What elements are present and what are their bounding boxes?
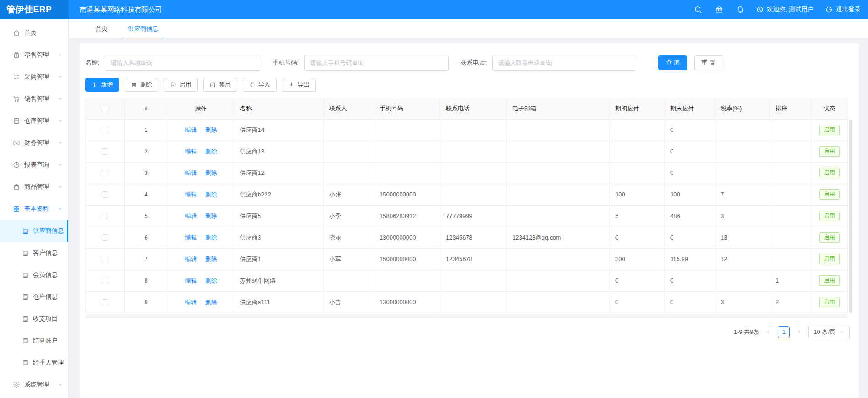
sidebar-item-system[interactable]: 系统管理 (0, 374, 68, 396)
search-icon[interactable] (694, 5, 702, 14)
phone-filter-input[interactable] (304, 55, 449, 71)
sidebar-subitem-customer[interactable]: 客户信息 (0, 242, 68, 264)
delete-link[interactable]: 删除 (205, 234, 217, 241)
name-filter-input[interactable] (105, 55, 260, 71)
cell-name: 供应商14 (234, 119, 324, 141)
enable-button[interactable]: 启用 (164, 78, 198, 92)
button-label: 禁用 (219, 81, 231, 89)
cell-closing-payable: 0 (665, 119, 715, 141)
row-checkbox[interactable] (102, 191, 108, 198)
edit-link[interactable]: 编辑 (185, 299, 197, 305)
export-button[interactable]: 导出 (282, 78, 316, 92)
cell-name: 供应商b222 (234, 184, 324, 205)
delete-link[interactable]: 删除 (205, 213, 217, 219)
edit-link[interactable]: 编辑 (185, 234, 197, 241)
doc-icon (22, 316, 29, 322)
logout-icon (825, 6, 833, 13)
row-checkbox[interactable] (102, 127, 108, 133)
cell-sort (770, 162, 811, 184)
edit-link[interactable]: 编辑 (185, 213, 197, 219)
cell-opening-payable: 0 (610, 270, 665, 291)
reset-button[interactable]: 重 置 (694, 55, 722, 70)
content-card: 名称:手机号码:联系电话:查 询重 置 新增删除启用禁用导入导出 #操作名称联系… (80, 43, 859, 398)
button-label: 导出 (298, 81, 309, 89)
sidebar-item-finance[interactable]: 财务管理 (0, 132, 68, 154)
row-checkbox[interactable] (102, 256, 108, 262)
company-name: 南通某某网络科技有限公司 (80, 5, 162, 14)
edit-link[interactable]: 编辑 (185, 148, 197, 155)
sidebar-item-warehouse[interactable]: 仓库管理 (0, 110, 68, 132)
edit-link[interactable]: 编辑 (185, 277, 197, 284)
row-checkbox[interactable] (102, 170, 108, 176)
cell-sort: 2 (770, 291, 811, 313)
cell-opening-payable: 5 (610, 205, 665, 227)
supplier-table: #操作名称联系人手机号码联系电话电子邮箱期初应付期末应付税率(%)排序状态 1编… (85, 98, 848, 313)
delete-link[interactable]: 删除 (205, 169, 217, 176)
tab-supplier-info[interactable]: 供应商信息 (122, 19, 164, 38)
tel-filter-input[interactable] (492, 55, 636, 71)
disable-button[interactable]: 禁用 (203, 78, 237, 92)
row-checkbox[interactable] (102, 299, 108, 305)
cell-contact: 小张 (324, 184, 374, 205)
edit-link[interactable]: 编辑 (185, 191, 197, 198)
sidebar-item-home[interactable]: 首页 (0, 22, 68, 44)
search-button[interactable]: 查 询 (658, 55, 687, 70)
row-checkbox[interactable] (102, 148, 108, 155)
cell-contact: 小军 (324, 248, 374, 270)
sidebar-subitem-handler[interactable]: 经手人管理 (0, 352, 68, 374)
page-size-select[interactable]: 10 条/页 (808, 326, 850, 338)
sidebar-item-basic[interactable]: 基本资料 (0, 198, 68, 220)
delete-link[interactable]: 删除 (205, 148, 217, 155)
edit-link[interactable]: 编辑 (185, 169, 197, 176)
sidebar-subitem-supplier[interactable]: 供应商信息 (0, 220, 68, 242)
select-all-checkbox[interactable] (102, 106, 108, 112)
delete-link[interactable]: 删除 (205, 277, 217, 284)
delete-link[interactable]: 删除 (205, 299, 217, 305)
row-checkbox[interactable] (102, 213, 108, 219)
bank-icon[interactable] (715, 5, 723, 14)
cell-select (86, 227, 125, 248)
tel-filter-group: 联系电话: (461, 55, 637, 71)
table-scrollbar[interactable] (849, 120, 852, 313)
sidebar-item-goods[interactable]: 商品管理 (0, 176, 68, 198)
cell-closing-payable: 0 (665, 141, 715, 162)
op-divider: | (200, 234, 201, 241)
delete-link[interactable]: 删除 (205, 126, 217, 133)
logout-button[interactable]: 退出登录 (825, 5, 861, 14)
bell-icon[interactable] (736, 5, 744, 14)
prev-page-button[interactable] (765, 329, 771, 335)
sidebar-item-purchase[interactable]: 采购管理 (0, 66, 68, 88)
sidebar-subitem-settlement-account[interactable]: 结算账户 (0, 330, 68, 352)
delete-button[interactable]: 删除 (125, 78, 158, 92)
cell-email (507, 141, 610, 162)
logout-label: 退出登录 (836, 5, 861, 14)
row-checkbox[interactable] (102, 234, 108, 241)
main-area: 首页供应商信息 名称:手机号码:联系电话:查 询重 置 新增删除启用禁用导入导出… (69, 19, 868, 398)
phone-filter-label: 手机号码: (272, 59, 299, 67)
cell-name: 供应商3 (234, 227, 324, 248)
sidebar-subitem-warehouse-info[interactable]: 仓库信息 (0, 286, 68, 308)
sidebar-item-report[interactable]: 报表查询 (0, 154, 68, 176)
edit-link[interactable]: 编辑 (185, 256, 197, 262)
status-badge: 启用 (819, 232, 840, 242)
add-button[interactable]: 新增 (85, 78, 119, 92)
cell-closing-payable: 0 (665, 291, 715, 313)
cell-tax-rate: 3 (715, 291, 770, 313)
current-page[interactable]: 1 (778, 326, 790, 338)
delete-link[interactable]: 删除 (205, 191, 217, 198)
sidebar-subitem-income-expense[interactable]: 收支项目 (0, 308, 68, 330)
table-hscrollbar[interactable] (85, 314, 848, 318)
sidebar-item-sales[interactable]: 销售管理 (0, 88, 68, 110)
next-page-button[interactable] (796, 329, 802, 335)
welcome-user[interactable]: 欢迎您, 测试用户 (756, 5, 814, 14)
edit-link[interactable]: 编辑 (185, 126, 197, 133)
cell-operations: 编辑|删除 (168, 162, 234, 184)
sidebar-subitem-member[interactable]: 会员信息 (0, 264, 68, 286)
system-icon (13, 381, 20, 388)
delete-link[interactable]: 删除 (205, 256, 217, 262)
import-button[interactable]: 导入 (243, 78, 277, 92)
row-checkbox[interactable] (102, 278, 108, 284)
chevron-down-icon (57, 96, 63, 102)
tab-home[interactable]: 首页 (90, 19, 113, 38)
sidebar-item-retail[interactable]: 零售管理 (0, 44, 68, 66)
